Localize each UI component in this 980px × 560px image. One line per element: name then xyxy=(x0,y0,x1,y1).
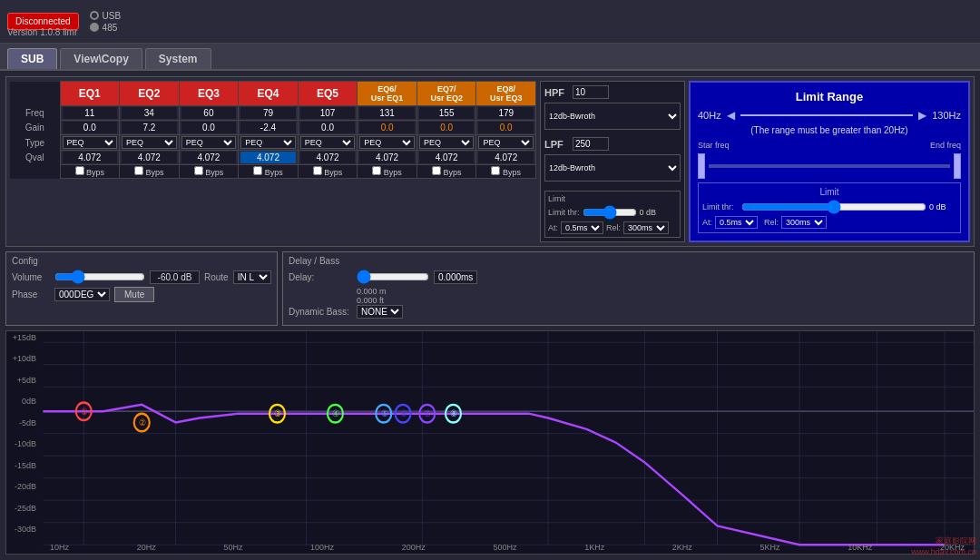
lr-handles-row xyxy=(698,153,961,179)
lr-line xyxy=(740,114,914,116)
lr-at-rel-row: At: 0.5ms Rel: 300ms xyxy=(702,216,956,229)
eq1-type-select[interactable]: PEQ xyxy=(63,136,118,149)
eq6-byps[interactable]: Byps xyxy=(372,168,402,177)
eq2-gain-input[interactable] xyxy=(122,122,177,133)
eq3-type-select[interactable]: PEQ xyxy=(181,136,237,149)
byps-label xyxy=(10,165,60,179)
eq1-freq-input[interactable] xyxy=(63,107,118,119)
rel-select[interactable]: 300ms xyxy=(623,221,669,234)
eq6-freq-input[interactable] xyxy=(359,107,415,119)
route-select[interactable]: IN LIN RMIX xyxy=(233,270,271,284)
eq4-type-select[interactable]: PEQ xyxy=(240,136,296,149)
hpf-value-input[interactable] xyxy=(573,85,609,99)
eq7-qval-input[interactable] xyxy=(419,152,475,163)
delay-ft: 0.000 ft xyxy=(357,296,968,305)
limit-label: Limit xyxy=(548,194,677,203)
eq2-qval-input[interactable] xyxy=(122,152,177,163)
eq1-gain-input[interactable] xyxy=(63,122,118,133)
lr-handle-left[interactable] xyxy=(698,153,705,179)
eq5-byps-check[interactable] xyxy=(313,166,322,175)
eq5-gain-input[interactable] xyxy=(300,122,356,133)
eq2-byps-check[interactable] xyxy=(134,166,143,175)
eq4-byps-check[interactable] xyxy=(253,166,262,175)
eq4-gain-input[interactable] xyxy=(240,122,296,133)
phase-label: Phase xyxy=(12,290,50,300)
eq8-freq-input[interactable] xyxy=(478,107,534,119)
lpf-value-input[interactable] xyxy=(573,137,609,151)
eq6-qval-input[interactable] xyxy=(359,152,415,163)
485-radio[interactable]: 485 xyxy=(90,23,122,33)
volume-slider[interactable] xyxy=(54,270,145,284)
tab-bar: SUB View\Copy System xyxy=(0,44,980,71)
delay-slider[interactable] xyxy=(357,270,429,284)
rel-label: Rel: xyxy=(606,223,621,232)
qval-row: Qval xyxy=(10,151,536,165)
main-content: EQ1 EQ2 EQ3 EQ4 EQ5 EQ6/Usr EQ1 EQ7/Usr … xyxy=(0,71,980,560)
eq7-freq xyxy=(416,106,476,121)
eq5-type-select[interactable]: PEQ xyxy=(300,136,356,149)
eq8-qval-input[interactable] xyxy=(478,152,534,163)
config-box: Config Volume -60.0 dB Route IN LIN RMIX… xyxy=(5,251,278,326)
lr-note: (The range must be greater than 20Hz) xyxy=(698,125,961,135)
tab-viewcopy[interactable]: View\Copy xyxy=(60,48,142,69)
lr-limit-thr-label: Limit thr: xyxy=(702,202,739,211)
eq5-header: EQ5 xyxy=(298,82,358,106)
lpf-filter-select[interactable]: 12db-Bwroth xyxy=(544,154,681,182)
eq7-byps[interactable]: Byps xyxy=(432,168,462,177)
eq7-freq-input[interactable] xyxy=(419,107,475,119)
eq7-type-select[interactable]: PEQ xyxy=(419,136,475,149)
eq2-byps[interactable]: Byps xyxy=(134,168,164,177)
lr-limit-thr-slider[interactable] xyxy=(741,200,926,214)
delay-title: Delay / Bass xyxy=(289,256,968,266)
eq4-byps[interactable]: Byps xyxy=(253,168,283,177)
eq3-freq-input[interactable] xyxy=(181,107,237,119)
at-select[interactable]: 0.5ms xyxy=(561,221,603,234)
dynamic-bass-label: Dynamic Bass: xyxy=(289,307,352,317)
eq5-qval-input[interactable] xyxy=(300,152,356,163)
svg-text:①: ① xyxy=(81,407,87,417)
lr-rel-select[interactable]: 300ms xyxy=(781,216,827,229)
eq1-qval-input[interactable] xyxy=(63,152,118,163)
eq4-freq-input[interactable] xyxy=(240,107,296,119)
svg-text:③: ③ xyxy=(274,409,280,419)
eq5-byps[interactable]: Byps xyxy=(313,168,343,177)
hpf-filter-select[interactable]: 12db-Bwroth xyxy=(544,103,681,130)
eq2-type-select[interactable]: PEQ xyxy=(122,136,177,149)
delay-label: Delay: xyxy=(289,272,352,282)
limit-thr-slider[interactable] xyxy=(583,205,637,220)
hz-50: 50Hz xyxy=(223,543,242,552)
delay-distance: 0.000 m 0.000 ft xyxy=(357,287,968,305)
eq7-byps-check[interactable] xyxy=(432,166,441,175)
eq6-gain-input[interactable] xyxy=(359,122,415,133)
connection-type-group: USB 485 xyxy=(90,11,122,33)
gain-row: Gain xyxy=(10,121,536,135)
dynamic-bass-select[interactable]: NONE xyxy=(357,305,403,319)
tab-system[interactable]: System xyxy=(145,48,211,69)
eq3-qval-input[interactable] xyxy=(181,152,237,163)
star-freq-label: Star freq xyxy=(698,141,730,150)
eq3-byps[interactable]: Byps xyxy=(194,168,224,177)
limit-range-title: Limit Range xyxy=(698,90,961,103)
usb-radio[interactable]: USB xyxy=(90,11,122,21)
eq3-byps-check[interactable] xyxy=(194,166,203,175)
eq2-freq-input[interactable] xyxy=(122,107,177,119)
eq1-byps-check[interactable] xyxy=(75,166,84,175)
tab-sub[interactable]: SUB xyxy=(7,48,57,69)
eq4-qval-input[interactable] xyxy=(240,152,296,163)
lpf-label: LPF xyxy=(544,139,570,150)
eq1-byps[interactable]: Byps xyxy=(75,168,105,177)
eq8-type-select[interactable]: PEQ xyxy=(478,136,534,149)
eq8-byps[interactable]: Byps xyxy=(491,168,521,177)
eq8-gain-input[interactable] xyxy=(478,122,534,133)
lr-handle-right[interactable] xyxy=(954,153,961,179)
eq3-gain-input[interactable] xyxy=(181,122,237,133)
eq8-byps-check[interactable] xyxy=(491,166,500,175)
eq6-type-select[interactable]: PEQ xyxy=(359,136,415,149)
eq6-byps-check[interactable] xyxy=(372,166,381,175)
eq5-freq-input[interactable] xyxy=(300,107,356,119)
lr-at-select[interactable]: 0.5ms xyxy=(715,216,758,229)
lr-right-arrow: ▶ xyxy=(918,109,926,122)
phase-select[interactable]: 000DEG180DEG xyxy=(54,288,110,301)
eq7-gain-input[interactable] xyxy=(419,122,475,133)
mute-button[interactable]: Mute xyxy=(114,287,154,302)
